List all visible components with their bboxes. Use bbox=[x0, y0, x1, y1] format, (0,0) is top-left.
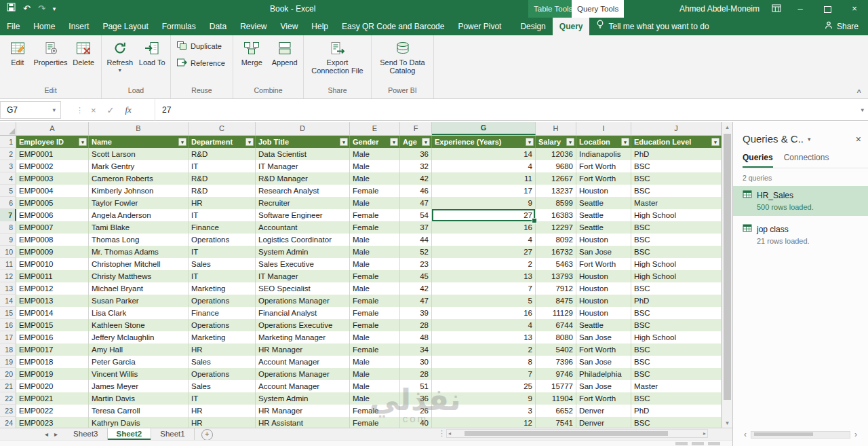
query-item-jop-class[interactable]: jop class 21 rows loaded. bbox=[733, 220, 868, 250]
cell-E16[interactable]: Female bbox=[350, 319, 400, 331]
row-header-3[interactable]: 3 bbox=[0, 160, 16, 172]
cell-A13[interactable]: EMP0012 bbox=[16, 282, 89, 295]
cell-F19[interactable]: 30 bbox=[400, 356, 432, 368]
sheet-tab-sheet2[interactable]: Sheet2 bbox=[108, 428, 152, 440]
cell-H22[interactable]: 11904 bbox=[536, 392, 576, 405]
ribbon-display-options-icon[interactable] bbox=[772, 4, 781, 14]
cell-H14[interactable]: 8475 bbox=[536, 295, 576, 307]
cell-G21[interactable]: 25 bbox=[432, 380, 536, 392]
cell-A5[interactable]: EMP0004 bbox=[16, 185, 89, 197]
cell-H12[interactable]: 13793 bbox=[536, 270, 576, 282]
cell-D10[interactable]: System Admin bbox=[256, 246, 350, 258]
collapse-ribbon-icon[interactable]: ^ bbox=[857, 88, 861, 96]
cell-G14[interactable]: 5 bbox=[432, 295, 536, 307]
cell-D11[interactable]: Sales Executive bbox=[256, 258, 350, 270]
filter-icon[interactable]: ▾ bbox=[422, 138, 430, 146]
cell-B3[interactable]: Mark Gentry bbox=[89, 160, 189, 172]
cell-F10[interactable]: 52 bbox=[400, 246, 432, 258]
save-icon[interactable] bbox=[7, 0, 16, 18]
row-header-21[interactable]: 21 bbox=[0, 380, 16, 392]
cell-G2[interactable]: 14 bbox=[432, 148, 536, 160]
cell-B21[interactable]: James Meyer bbox=[89, 380, 189, 392]
cell-E14[interactable]: Female bbox=[350, 295, 400, 307]
cell-F17[interactable]: 48 bbox=[400, 331, 432, 343]
cell-A6[interactable]: EMP0005 bbox=[16, 197, 89, 209]
cell-D14[interactable]: Operations Manager bbox=[256, 295, 350, 307]
row-header-18[interactable]: 18 bbox=[0, 343, 16, 356]
cell-E15[interactable]: Female bbox=[350, 307, 400, 319]
cell-C16[interactable]: Operations bbox=[189, 319, 256, 331]
cell-I13[interactable]: Houston bbox=[576, 282, 631, 295]
cell-G5[interactable]: 17 bbox=[432, 185, 536, 197]
cell-J8[interactable]: BSC bbox=[631, 221, 722, 234]
cell-G10[interactable]: 27 bbox=[432, 246, 536, 258]
scroll-left-icon[interactable]: ◂ bbox=[448, 430, 451, 437]
cell-F5[interactable]: 46 bbox=[400, 185, 432, 197]
cell-E8[interactable]: Female bbox=[350, 221, 400, 234]
cell-J9[interactable]: BSC bbox=[631, 234, 722, 246]
row-header-14[interactable]: 14 bbox=[0, 295, 16, 307]
cell-I12[interactable]: Houston bbox=[576, 270, 631, 282]
cell-B12[interactable]: Christy Matthews bbox=[89, 270, 189, 282]
cell-J12[interactable]: High School bbox=[631, 270, 722, 282]
cell-C24[interactable]: HR bbox=[189, 417, 256, 428]
cell-F14[interactable]: 47 bbox=[400, 295, 432, 307]
cell-H10[interactable]: 16732 bbox=[536, 246, 576, 258]
cell-A12[interactable]: EMP0011 bbox=[16, 270, 89, 282]
close-button[interactable]: × bbox=[841, 0, 868, 18]
cell-H5[interactable]: 13237 bbox=[536, 185, 576, 197]
cell-I14[interactable]: Houston bbox=[576, 295, 631, 307]
cell-F6[interactable]: 47 bbox=[400, 197, 432, 209]
insert-function-icon[interactable]: fx bbox=[125, 105, 132, 115]
cell-E9[interactable]: Male bbox=[350, 234, 400, 246]
cell-B16[interactable]: Kathleen Stone bbox=[89, 319, 189, 331]
cell-J5[interactable]: BSC bbox=[631, 185, 722, 197]
cell-I16[interactable]: Seattle bbox=[576, 319, 631, 331]
cell-J15[interactable]: BSC bbox=[631, 307, 722, 319]
cell-C15[interactable]: Finance bbox=[189, 307, 256, 319]
share-button[interactable]: Share bbox=[815, 18, 868, 35]
cell-I22[interactable]: Fort Worth bbox=[576, 392, 631, 405]
cell-B4[interactable]: Cameron Roberts bbox=[89, 172, 189, 185]
cell-I24[interactable]: Denver bbox=[576, 417, 631, 428]
cell-B23[interactable]: Teresa Carroll bbox=[89, 405, 189, 417]
cell-J3[interactable]: BSC bbox=[631, 160, 722, 172]
cell-G12[interactable]: 13 bbox=[432, 270, 536, 282]
send-to-data-catalog-button[interactable]: Send To Data Catalog bbox=[376, 40, 429, 75]
cell-E18[interactable]: Female bbox=[350, 343, 400, 356]
filter-icon[interactable]: ▾ bbox=[79, 138, 87, 146]
cell-C23[interactable]: HR bbox=[189, 405, 256, 417]
cell-D21[interactable]: Account Manager bbox=[256, 380, 350, 392]
tab-view[interactable]: View bbox=[274, 18, 305, 35]
row-header-10[interactable]: 10 bbox=[0, 246, 16, 258]
header-cell-F1[interactable]: Age▾ bbox=[400, 136, 432, 148]
cell-A15[interactable]: EMP0014 bbox=[16, 307, 89, 319]
properties-button[interactable]: Properties bbox=[34, 40, 68, 67]
cell-G19[interactable]: 8 bbox=[432, 356, 536, 368]
cell-I17[interactable]: San Jose bbox=[576, 331, 631, 343]
filter-icon[interactable]: ▾ bbox=[390, 138, 398, 146]
cell-J2[interactable]: PhD bbox=[631, 148, 722, 160]
cell-I15[interactable]: Houston bbox=[576, 307, 631, 319]
cell-I8[interactable]: Seattle bbox=[576, 221, 631, 234]
cell-B5[interactable]: Kimberly Johnson bbox=[89, 185, 189, 197]
cell-I2[interactable]: Indianapolis bbox=[576, 148, 631, 160]
panel-scroll-left-icon[interactable]: ‹ bbox=[744, 430, 747, 439]
name-box[interactable]: G7 ▾ bbox=[0, 101, 61, 119]
cell-H16[interactable]: 6744 bbox=[536, 319, 576, 331]
enter-icon[interactable]: ✓ bbox=[107, 105, 115, 115]
filter-icon[interactable]: ▾ bbox=[711, 138, 719, 146]
tab-power-pivot[interactable]: Power Pivot bbox=[451, 18, 508, 35]
cell-E6[interactable]: Male bbox=[350, 197, 400, 209]
refresh-dropdown-icon[interactable]: ▾ bbox=[119, 69, 121, 73]
cell-G17[interactable]: 13 bbox=[432, 331, 536, 343]
maximize-button[interactable] bbox=[814, 0, 841, 18]
refresh-button[interactable]: Refresh ▾ bbox=[104, 40, 136, 73]
cell-B14[interactable]: Susan Parker bbox=[89, 295, 189, 307]
cell-H4[interactable]: 12667 bbox=[536, 172, 576, 185]
cell-I4[interactable]: Fort Worth bbox=[576, 172, 631, 185]
cell-J22[interactable]: BSC bbox=[631, 392, 722, 405]
export-connection-file-button[interactable]: Export Connection File bbox=[308, 40, 368, 75]
cell-F15[interactable]: 39 bbox=[400, 307, 432, 319]
cell-B8[interactable]: Tami Blake bbox=[89, 221, 189, 234]
